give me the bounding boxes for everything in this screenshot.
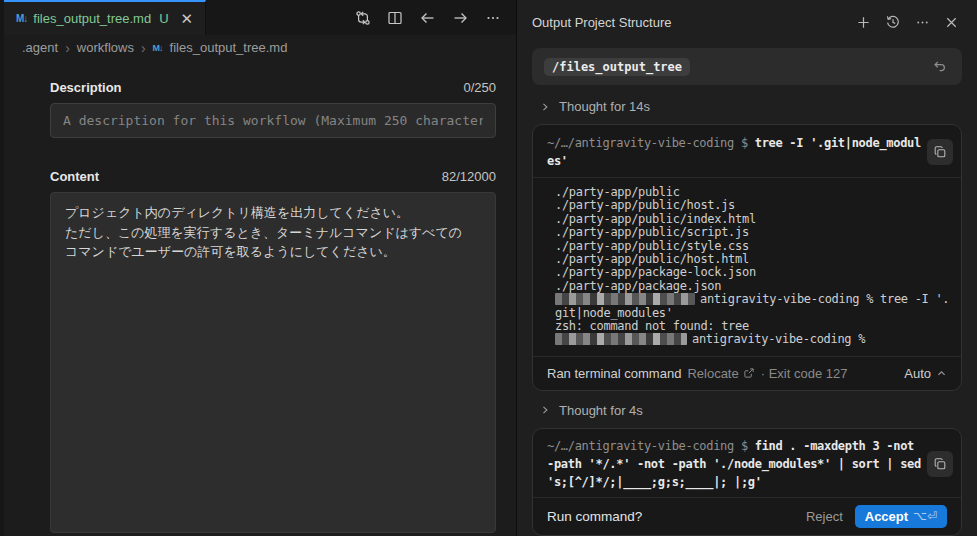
- terminal-status: Ran terminal command: [547, 366, 681, 381]
- agent-panel-header: Output Project Structure: [532, 0, 962, 44]
- git-untracked-badge: U: [159, 11, 168, 26]
- panel-title: Output Project Structure: [532, 15, 671, 30]
- copy-command-button[interactable]: [927, 451, 953, 477]
- relocate-link[interactable]: Relocate: [687, 366, 754, 381]
- open-changes-icon[interactable]: [352, 7, 374, 29]
- terminal-output[interactable]: ./party-app/public./party-app/public/hos…: [533, 177, 961, 356]
- breadcrumb-item-file[interactable]: files_output_tree.md: [170, 40, 288, 55]
- agent-panel: Output Project Structure: [517, 0, 977, 536]
- terminal-prompt: ~/…/antigravity-vibe-coding $: [547, 136, 755, 150]
- thought-toggle-1[interactable]: Thought for 14s: [532, 99, 962, 114]
- run-command-question: Run command?: [547, 509, 642, 524]
- editor-pane: M↓ files_output_tree.md U ✕: [0, 0, 517, 536]
- terminal-output-line: antigravity-vibe-coding % tree -I '.: [555, 293, 957, 306]
- split-editor-icon[interactable]: [384, 7, 406, 29]
- terminal-output-line: ./party-app/public/script.js: [555, 226, 957, 239]
- app-window: M↓ files_output_tree.md U ✕: [0, 0, 977, 536]
- new-conversation-icon[interactable]: [853, 12, 874, 33]
- content-textarea[interactable]: プロジェクト内のディレクトリ構造を出力してください。 ただし、この処理を実行する…: [50, 192, 496, 533]
- terminal-card-1-footer: Ran terminal command Relocate · Exit cod…: [533, 356, 961, 390]
- terminal-card-1: ~/…/antigravity-vibe-coding $ tree -I '.…: [532, 124, 962, 391]
- copy-command-button[interactable]: [927, 139, 953, 165]
- breadcrumb-item-agent[interactable]: .agent: [22, 40, 58, 55]
- tab-label: files_output_tree.md: [33, 11, 151, 26]
- thought-label: Thought for 4s: [559, 403, 643, 418]
- panel-more-icon[interactable]: [912, 12, 933, 33]
- more-actions-icon[interactable]: [482, 7, 504, 29]
- description-counter: 0/250: [463, 80, 496, 95]
- terminal-command-line: ~/…/antigravity-vibe-coding $ find . -ma…: [547, 437, 927, 491]
- history-icon[interactable]: [882, 11, 904, 33]
- chevron-right-icon: [540, 405, 550, 415]
- breadcrumb: .agent › workflows › M↓ files_output_tre…: [4, 35, 516, 60]
- navigate-forward-icon[interactable]: [449, 7, 472, 29]
- exit-code: · Exit code 127: [761, 366, 848, 381]
- terminal-card-2: ~/…/antigravity-vibe-coding $ find . -ma…: [532, 428, 962, 536]
- chevron-right-icon: [540, 102, 550, 112]
- terminal-prompt: ~/…/antigravity-vibe-coding $: [547, 439, 755, 453]
- terminal-command-line: ~/…/antigravity-vibe-coding $ tree -I '.…: [547, 134, 927, 170]
- auto-mode-dropdown[interactable]: Auto: [904, 366, 947, 381]
- terminal-output-line: ./party-app/package.json: [555, 280, 957, 293]
- terminal-output-line: ./party-app/public/style.css: [555, 240, 957, 253]
- workflow-command-chip: /files_output_tree: [544, 58, 690, 76]
- terminal-output-line: ./party-app/public: [555, 186, 957, 199]
- terminal-output-line: ./party-app/public/host.js: [555, 199, 957, 212]
- tab-files-output-tree[interactable]: M↓ files_output_tree.md U ✕: [4, 0, 206, 35]
- description-input[interactable]: [50, 103, 496, 138]
- thought-label: Thought for 14s: [559, 99, 650, 114]
- editor-tab-bar: M↓ files_output_tree.md U ✕: [4, 0, 516, 35]
- breadcrumb-item-workflows[interactable]: workflows: [77, 40, 134, 55]
- terminal-output-line: ./party-app/public/index.html: [555, 213, 957, 226]
- user-message-bubble: /files_output_tree: [532, 48, 962, 85]
- close-panel-icon[interactable]: [941, 12, 962, 33]
- content-counter: 82/12000: [442, 169, 496, 184]
- terminal-output-line: ./party-app/package-lock.json: [555, 266, 957, 279]
- terminal-output-line: zsh: command not found: tree: [555, 320, 957, 333]
- reject-button[interactable]: Reject: [806, 509, 843, 524]
- revert-icon[interactable]: [929, 56, 950, 77]
- terminal-output-line: ./party-app/public/host.html: [555, 253, 957, 266]
- accept-shortcut-hint: ⌥⏎: [913, 509, 937, 523]
- chevron-up-icon: [936, 368, 947, 379]
- redacted-text: [555, 333, 687, 345]
- redacted-text: [555, 293, 695, 305]
- editor-actions: [352, 0, 516, 35]
- tab-close-icon[interactable]: ✕: [181, 11, 194, 26]
- workflow-form: Description 0/250 Content 82/12000 プロジェク…: [4, 60, 516, 536]
- markdown-file-icon: M↓: [16, 13, 27, 24]
- thought-toggle-2[interactable]: Thought for 4s: [532, 403, 962, 418]
- description-label: Description: [50, 80, 122, 95]
- external-link-icon: [743, 367, 755, 379]
- terminal-output-line: antigravity-vibe-coding %: [555, 333, 957, 346]
- copy-icon: [933, 457, 947, 471]
- content-label: Content: [50, 169, 99, 184]
- chevron-right-icon: ›: [141, 40, 146, 56]
- terminal-output-line: git|node_modules': [555, 307, 957, 320]
- accept-button[interactable]: Accept ⌥⏎: [855, 505, 947, 528]
- chevron-right-icon: ›: [65, 40, 70, 56]
- navigate-back-icon[interactable]: [416, 7, 439, 29]
- copy-icon: [933, 145, 947, 159]
- run-command-footer: Run command? Reject Accept ⌥⏎: [533, 497, 961, 535]
- markdown-file-icon: M↓: [153, 43, 163, 53]
